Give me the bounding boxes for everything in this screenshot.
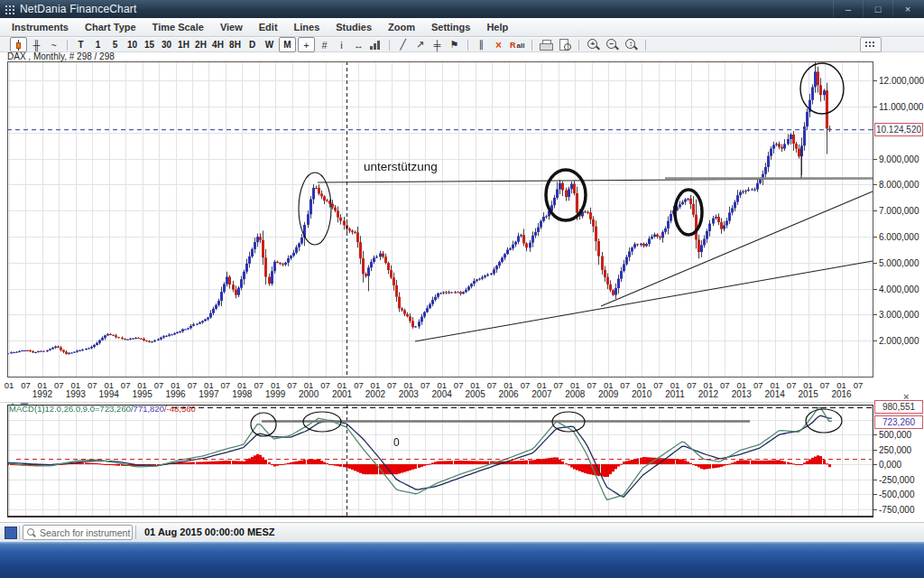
arrow-tool-button[interactable]: ↗ (412, 38, 428, 51)
menu-edit[interactable]: Edit (251, 18, 286, 37)
zoom-reset-button[interactable]: ↕ (623, 38, 640, 51)
scroll-arrows-button[interactable]: ↔ (351, 38, 366, 51)
year-tick-label: 2002 (362, 389, 389, 399)
macd-tick-label: -250,000 (879, 475, 914, 485)
timeframe-5-button[interactable]: 5 (107, 38, 123, 51)
menu-settings[interactable]: Settings (423, 18, 478, 37)
timeframe-t-button[interactable]: T (73, 38, 88, 51)
trendline-tool-button[interactable]: ╱ (395, 38, 411, 51)
macd-params: MACD(1)12.0,26.0,9.0= (9, 404, 100, 414)
print-preview-button[interactable] (557, 38, 573, 51)
timeframe-m-button[interactable]: M (279, 37, 296, 52)
price-tick-label: 11.000,000 (879, 102, 923, 112)
menu-chart-type[interactable]: Chart Type (77, 18, 144, 37)
price-tick-label: 8.000,000 (879, 180, 919, 190)
timeframe-15-button[interactable]: 15 (142, 38, 157, 51)
delete-lines-button[interactable]: × (491, 38, 506, 51)
netdania-window: NetDania FinanceChart – □ × InstrumentsC… (0, 0, 924, 578)
year-tick-label: 1997 (195, 389, 222, 399)
minimize-button[interactable]: – (833, 1, 863, 17)
current-price-box: 10.124,520 (874, 123, 923, 136)
timeframe-1h-button[interactable]: 1H (176, 38, 191, 51)
year-tick-label: 1993 (62, 389, 89, 399)
macd-tick-label: 0,000 (879, 460, 901, 470)
flag-tool-button[interactable]: ⚑ (447, 38, 462, 51)
parallel-lines-button[interactable]: ∥ (474, 38, 489, 51)
app-icon (5, 5, 14, 14)
year-tick-label: 2016 (828, 389, 855, 399)
timeframe-30-button[interactable]: 30 (159, 38, 174, 51)
year-tick-label: 2001 (328, 389, 356, 399)
price-tick (873, 80, 877, 81)
search-input[interactable]: Search for instrument (23, 525, 133, 540)
volume-button[interactable] (368, 38, 383, 51)
toolbar-separator (67, 40, 68, 51)
year-tick-label: 2006 (495, 389, 522, 399)
price-tick-label: 3.000,000 (879, 310, 919, 320)
ohlc-chart-button[interactable]: ╫ (29, 38, 44, 51)
year-tick-label: 1999 (262, 389, 289, 399)
instrument-label: DAX , Monthly, # 298 / 298 (7, 51, 115, 61)
zoom-out-button[interactable]: − (604, 38, 621, 51)
panel-divider (0, 402, 924, 403)
macd-tick (873, 509, 877, 510)
macd-hist-value: /-48,560 (164, 404, 196, 414)
crosshair-button[interactable]: + (298, 37, 315, 52)
year-tick-label: 2008 (561, 389, 588, 399)
line-chart-button[interactable]: ~ (46, 38, 61, 51)
menu-studies[interactable]: Studies (328, 18, 380, 37)
year-tick-label: 2009 (595, 389, 622, 399)
timeframe-w-button[interactable]: W (262, 38, 277, 51)
price-tick-label: 2.000,000 (879, 336, 919, 346)
maximize-button[interactable]: □ (863, 1, 892, 17)
separator (135, 526, 136, 539)
month-tick-label: 01 (2, 380, 16, 390)
candlestick-chart-button[interactable] (10, 37, 27, 52)
timeframe-8h-button[interactable]: 8H (227, 38, 243, 51)
price-tick-label: 12.000,000 (879, 76, 924, 86)
price-tick-label: 4.000,000 (879, 284, 919, 294)
zoom-in-button[interactable]: + (585, 38, 602, 51)
price-tick (873, 237, 877, 238)
timeframe-d-button[interactable]: D (245, 38, 260, 51)
macd-value: 723,260 (100, 404, 131, 414)
timeframe-2h-button[interactable]: 2H (193, 38, 208, 51)
menu-zoom[interactable]: Zoom (380, 18, 423, 37)
macd-tick (873, 450, 877, 451)
timeframe-10-button[interactable]: 10 (125, 38, 140, 51)
main-chart-canvas[interactable] (7, 61, 873, 378)
macd-tick (873, 494, 877, 495)
search-icon (27, 528, 36, 537)
grid-button[interactable]: # (317, 38, 332, 51)
panel-layout-icon[interactable] (860, 37, 882, 52)
price-axis: 12.000,00011.000,0009.000,0008.000,0007.… (873, 54, 924, 402)
print-button[interactable] (538, 38, 555, 51)
menu-time-scale[interactable]: Time Scale (144, 18, 212, 37)
status-indicator-icon (5, 527, 17, 539)
price-tick (873, 184, 877, 185)
macd-tick-label: 500,000 (879, 430, 911, 440)
year-tick-label: 2012 (695, 389, 722, 399)
menu-bar: InstrumentsChart TypeTime ScaleViewEditL… (0, 18, 924, 37)
status-bar: Search for instrument 01 Aug 2015 00:00:… (0, 522, 924, 543)
macd-tick (873, 480, 877, 480)
toolbar-separator (389, 40, 390, 51)
info-button[interactable]: i (334, 38, 349, 51)
timeframe-4h-button[interactable]: 4H (210, 38, 226, 51)
close-button[interactable]: × (892, 1, 922, 17)
show-all-lines-button[interactable]: Rall (508, 38, 526, 51)
menu-instruments[interactable]: Instruments (4, 18, 77, 37)
fibonacci-tool-button[interactable]: ╪ (430, 38, 445, 51)
toolbar-separator (578, 40, 579, 51)
price-tick-label: 7.000,000 (879, 206, 919, 216)
menu-help[interactable]: Help (478, 18, 516, 37)
date-axis: 0107010719920107199301071994010719950107… (0, 378, 924, 402)
toolbar: ╫~T151015301H2H4H8HDWM+#i↔╱↗╪⚑∥×Rall+−↕ (0, 38, 924, 52)
macd-chart-canvas[interactable] (7, 405, 873, 517)
price-tick (873, 210, 877, 211)
price-tick-label: 5.000,000 (879, 258, 919, 268)
menu-view[interactable]: View (212, 18, 251, 37)
timeframe-1-button[interactable]: 1 (90, 38, 106, 51)
macd-axis: 980,551723,260500,000250,0000,000-250,00… (873, 397, 924, 522)
menu-lines[interactable]: Lines (286, 18, 328, 37)
